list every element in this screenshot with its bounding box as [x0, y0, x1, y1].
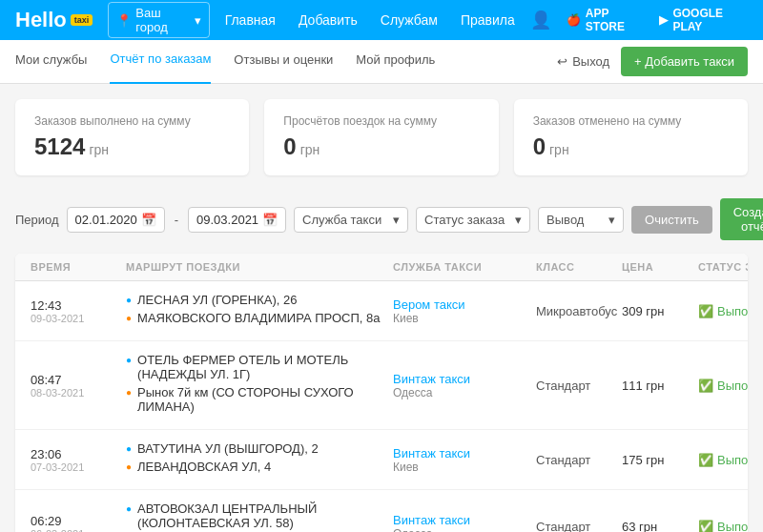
stats-section: Заказов выполнено на сумму 5124грн Просч… [0, 84, 763, 191]
check-icon-0: ✅ [698, 304, 713, 318]
cell-taxi-2: Винтаж такси Киев [393, 446, 536, 474]
chevron-down-icon: ▾ [195, 13, 201, 28]
period-label: Период [15, 213, 59, 227]
cell-route-3: ●АВТОВОКЗАЛ ЦЕНТРАЛЬНЫЙ (КОЛОНТАЕВСКАЯ У… [126, 501, 393, 532]
cell-price-1: 111 грн [622, 379, 698, 393]
orders-table: ВРЕМЯ МАРШРУТ ПОЕЗДКИ СЛУЖБА ТАКСИ КЛАСС… [15, 254, 748, 532]
cell-status-0: ✅ Выполнен [698, 304, 748, 318]
nav-home[interactable]: Главная [225, 12, 276, 28]
date-to-value: 09.03.2021 [196, 213, 258, 227]
logout-icon: ↩ [557, 54, 567, 69]
app-store-label: APP STORE [586, 7, 645, 33]
col-taxi: СЛУЖБА ТАКСИ [393, 261, 536, 273]
stat-cancelled-value: 0грн [533, 133, 729, 160]
stat-cancelled: Заказов отменено на сумму 0грн [514, 99, 748, 175]
table-row: 12:43 09-03-2021 ●ЛЕСНАЯ УЛ (ГОРЕНКА), 2… [15, 281, 748, 341]
cell-status-3: ✅ Выполнен [698, 520, 748, 532]
taxi-service-label: Служба такси [302, 213, 382, 227]
cell-taxi-3: Винтаж такси Одесса [393, 513, 536, 532]
table-row: 08:47 08-03-2021 ●ОТЕЛЬ ФЕРМЕР ОТЕЛЬ И М… [15, 341, 748, 430]
logo[interactable]: Hello taxi [15, 8, 93, 32]
col-status: СТАТУС ЗАКАЗА [698, 261, 748, 273]
stat-estimates-label: Просчётов поездок на сумму [283, 114, 479, 128]
table-row: 06:29 06-03-2021 ●АВТОВОКЗАЛ ЦЕНТРАЛЬНЫЙ… [15, 490, 748, 532]
cell-class-0: Микроавтобус [536, 304, 622, 318]
city-selector[interactable]: 📍 Ваш город ▾ [108, 2, 209, 38]
order-status-label: Статус заказа [424, 213, 505, 227]
logout-label: Выход [572, 54, 609, 69]
cell-time-1: 08:47 08-03-2021 [31, 373, 126, 399]
output-label: Вывод [546, 213, 584, 227]
cell-status-2: ✅ Выполнен [698, 453, 748, 467]
col-price: ЦЕНА [622, 261, 698, 273]
tab-reviews[interactable]: Отзывы и оценки [234, 40, 333, 84]
chevron-status-icon: ▾ [515, 213, 522, 227]
cell-class-1: Стандарт [536, 379, 622, 393]
nav-rules[interactable]: Правила [461, 12, 515, 28]
header-right: 👤 🍎 APP STORE ▶ GOOGLE PLAY [530, 7, 748, 33]
user-icon[interactable]: 👤 [530, 10, 551, 31]
cell-time-3: 06:29 06-03-2021 [31, 514, 126, 532]
chevron-output-icon: ▾ [608, 213, 615, 227]
calendar-icon: 📅 [141, 213, 156, 227]
subnav: Мои службы Отчёт по заказам Отзывы и оце… [0, 40, 763, 84]
add-taxi-button[interactable]: + Добавить такси [621, 47, 748, 76]
date-from-value: 02.01.2020 [75, 213, 137, 227]
subnav-right: ↩ Выход + Добавить такси [557, 47, 748, 76]
tab-my-services[interactable]: Мои службы [15, 40, 87, 84]
tab-my-profile[interactable]: Мой профиль [356, 40, 435, 84]
date-separator: - [173, 213, 180, 227]
check-icon-1: ✅ [698, 379, 713, 393]
col-class: КЛАСС [536, 261, 622, 273]
cell-price-0: 309 грн [622, 304, 698, 318]
clear-button[interactable]: Очистить [631, 206, 712, 234]
date-to-input[interactable]: 09.03.2021 📅 [188, 207, 286, 233]
tab-orders-report[interactable]: Отчёт по заказам [110, 40, 211, 84]
taxi-service-select[interactable]: Служба такси ▾ [294, 207, 408, 233]
header: Hello taxi 📍 Ваш город ▾ Главная Добавит… [0, 0, 763, 40]
stat-estimates-value: 0грн [283, 133, 479, 160]
col-time: ВРЕМЯ [31, 261, 126, 273]
main-nav: Главная Добавить Службам Правила [225, 12, 515, 28]
date-from-input[interactable]: 02.01.2020 📅 [67, 207, 165, 233]
cell-route-2: ●ВАТУТИНА УЛ (ВЫШГОРОД), 2 ●ЛЕВАНДОВСКАЯ… [126, 441, 393, 478]
chevron-taxi-icon: ▾ [393, 213, 400, 227]
nav-services[interactable]: Службам [381, 12, 438, 28]
cell-taxi-1: Винтаж такси Одесса [393, 372, 536, 399]
cell-route-1: ●ОТЕЛЬ ФЕРМЕР ОТЕЛЬ И МОТЕЛЬ (НАДЕЖДЫ УЛ… [126, 353, 393, 418]
cell-status-1: ✅ Выполнен [698, 379, 748, 393]
check-icon-3: ✅ [698, 520, 713, 532]
google-play-label: GOOGLE PLAY [672, 7, 748, 33]
cell-time-2: 23:06 07-03-2021 [31, 447, 126, 473]
stat-cancelled-label: Заказов отменено на сумму [533, 114, 729, 128]
order-status-select[interactable]: Статус заказа ▾ [416, 207, 530, 233]
cell-route-0: ●ЛЕСНАЯ УЛ (ГОРЕНКА), 26 ●МАЯКОВСКОГО ВЛ… [126, 293, 393, 329]
table-header: ВРЕМЯ МАРШРУТ ПОЕЗДКИ СЛУЖБА ТАКСИ КЛАСС… [15, 254, 748, 281]
city-label: Ваш город [135, 6, 190, 34]
cell-price-3: 63 грн [622, 520, 698, 532]
calendar-to-icon: 📅 [262, 213, 278, 227]
filters-section: Период 02.01.2020 📅 - 09.03.2021 📅 Служб… [0, 191, 763, 254]
stat-estimates: Просчётов поездок на сумму 0грн [264, 99, 498, 175]
cell-taxi-0: Вером такси Киев [393, 297, 536, 325]
cell-class-3: Стандарт [536, 520, 622, 532]
report-button[interactable]: Создать отчёт [720, 198, 763, 240]
stat-completed: Заказов выполнено на сумму 5124грн [15, 99, 249, 175]
cell-price-2: 175 грн [622, 453, 698, 467]
table-row: 23:06 07-03-2021 ●ВАТУТИНА УЛ (ВЫШГОРОД)… [15, 430, 748, 490]
stat-completed-label: Заказов выполнено на сумму [34, 114, 230, 128]
logo-badge: taxi [71, 14, 93, 26]
apple-icon: 🍎 [567, 13, 581, 27]
output-select[interactable]: Вывод ▾ [538, 207, 624, 233]
cell-class-2: Стандарт [536, 453, 622, 467]
location-icon: 📍 [116, 13, 132, 28]
col-route: МАРШРУТ ПОЕЗДКИ [126, 261, 393, 273]
cell-time-0: 12:43 09-03-2021 [31, 298, 126, 324]
logout-button[interactable]: ↩ Выход [557, 54, 609, 69]
play-icon: ▶ [659, 13, 668, 27]
app-store-button[interactable]: 🍎 APP STORE [567, 7, 645, 33]
stat-completed-value: 5124грн [34, 133, 230, 160]
logo-text: Hello [15, 8, 67, 32]
nav-add[interactable]: Добавить [299, 12, 358, 28]
google-play-button[interactable]: ▶ GOOGLE PLAY [659, 7, 748, 33]
